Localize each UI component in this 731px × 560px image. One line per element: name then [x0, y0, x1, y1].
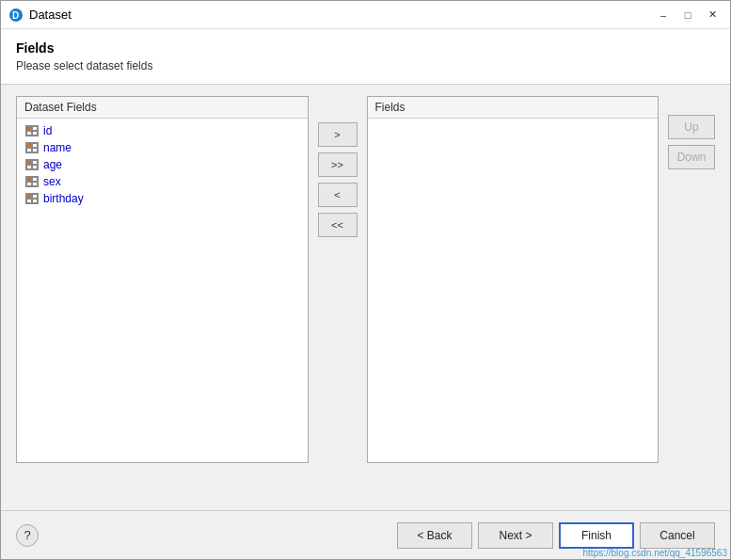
back-button[interactable]: < Back	[397, 522, 472, 549]
ordering-buttons-group: Up Down	[668, 115, 715, 169]
field-label: id	[43, 124, 52, 137]
next-button[interactable]: Next >	[478, 522, 553, 549]
section-subtitle: Please select dataset fields	[16, 59, 715, 72]
up-button[interactable]: Up	[668, 115, 715, 139]
field-label: sex	[43, 175, 61, 188]
move-all-right-button[interactable]: >>	[318, 152, 358, 177]
selected-fields-panel: Fields	[367, 96, 659, 463]
header-section: Fields Please select dataset fields	[1, 29, 730, 85]
field-label: age	[43, 158, 62, 171]
list-item[interactable]: sex	[17, 173, 308, 190]
help-button[interactable]: ?	[16, 524, 39, 547]
left-panel-header: Dataset Fields	[17, 97, 308, 119]
move-all-left-button[interactable]: <<	[318, 213, 358, 237]
finish-button[interactable]: Finish	[559, 522, 634, 549]
down-button[interactable]: Down	[668, 145, 715, 169]
dataset-fields-panel: Dataset Fields id name	[16, 96, 309, 463]
list-item[interactable]: birthday	[17, 190, 308, 207]
list-item[interactable]: id	[17, 122, 308, 139]
field-icon	[24, 158, 40, 171]
window-icon: D	[8, 8, 24, 23]
panels-row: Dataset Fields id name	[16, 96, 715, 499]
dataset-fields-list: id name age sex	[17, 119, 308, 211]
section-title: Fields	[16, 40, 715, 56]
field-icon	[24, 175, 40, 188]
window-controls: – □ ✕	[653, 5, 723, 25]
field-label: name	[43, 141, 72, 154]
title-bar: D Dataset – □ ✕	[1, 1, 730, 29]
field-icon	[24, 141, 40, 154]
content-area: Dataset Fields id name	[1, 85, 730, 510]
dialog-window: D Dataset – □ ✕ Fields Please select dat…	[0, 0, 731, 560]
maximize-button[interactable]: □	[677, 5, 698, 25]
move-left-button[interactable]: <	[318, 183, 358, 207]
window-title: Dataset	[29, 8, 653, 22]
svg-text:D: D	[12, 10, 19, 21]
minimize-button[interactable]: –	[653, 5, 674, 25]
right-panel-header: Fields	[368, 97, 659, 119]
close-button[interactable]: ✕	[702, 5, 723, 25]
move-right-button[interactable]: >	[318, 122, 358, 147]
footer-left: ?	[16, 524, 39, 547]
footer: ? < Back Next > Finish Cancel	[1, 510, 730, 559]
list-item[interactable]: age	[17, 156, 308, 173]
selected-fields-list	[368, 119, 659, 126]
field-label: birthday	[43, 192, 84, 205]
footer-right: < Back Next > Finish Cancel	[397, 522, 715, 549]
cancel-button[interactable]: Cancel	[640, 522, 715, 549]
list-item[interactable]: name	[17, 139, 308, 156]
field-icon	[24, 124, 40, 137]
field-icon	[24, 192, 40, 205]
transfer-buttons-group: > >> < <<	[309, 115, 367, 245]
